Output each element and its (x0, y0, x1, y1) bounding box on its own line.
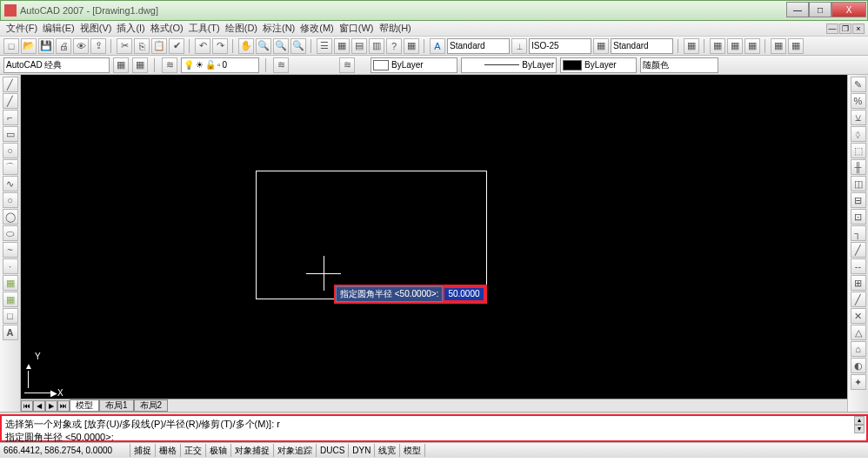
ws-settings[interactable]: ▦ (113, 57, 129, 73)
t6[interactable]: ▦ (788, 38, 804, 54)
mdi-close[interactable]: × (852, 23, 865, 34)
stretch-tool[interactable]: ⊡ (851, 209, 866, 225)
toggle-otrack[interactable]: 对象追踪 (274, 444, 317, 457)
props-button[interactable]: ☰ (317, 38, 332, 54)
revcloud-tool[interactable]: ○ (3, 192, 18, 208)
toggle-polar[interactable]: 极轴 (206, 444, 231, 457)
join-tool[interactable]: ⊞ (851, 275, 866, 291)
menu-edit[interactable]: 编辑(E) (40, 22, 77, 35)
mdi-minimize[interactable]: — (826, 23, 838, 34)
tablestyle-icon[interactable]: ▦ (593, 38, 609, 54)
tab-model[interactable]: 模型 (70, 399, 99, 412)
print-button[interactable]: 🖨 (56, 38, 71, 54)
markup-button[interactable]: ? (386, 38, 402, 54)
erase-tool[interactable]: ✎ (851, 77, 866, 92)
menu-dim[interactable]: 标注(N) (260, 22, 297, 35)
save-button[interactable]: 💾 (38, 38, 54, 54)
region-tool[interactable]: □ (3, 308, 18, 324)
point-tool[interactable]: · (3, 258, 18, 274)
dimstyle-icon[interactable]: ⟂ (511, 38, 527, 54)
open-button[interactable]: 📂 (21, 38, 37, 54)
array-tool[interactable]: ⬚ (851, 143, 866, 158)
layer-prev[interactable]: ≋ (273, 57, 289, 73)
menu-view[interactable]: 视图(V) (77, 22, 115, 35)
t4[interactable]: ▦ (744, 38, 760, 54)
sheetset-button[interactable]: ▥ (369, 38, 384, 54)
linetype-combo[interactable]: ByLayer (461, 57, 557, 73)
mirror-tool[interactable]: ⚺ (851, 110, 866, 125)
tab-first[interactable]: ⏮ (21, 400, 33, 412)
cut-button[interactable]: ✂ (117, 38, 132, 54)
fillet-tool[interactable]: ✕ (851, 308, 866, 324)
toolpal-button[interactable]: ▤ (351, 38, 367, 54)
toggle-lwt[interactable]: 线宽 (375, 444, 400, 457)
xline-tool[interactable]: ╱ (3, 93, 18, 109)
rotate-tool[interactable]: ◫ (851, 176, 866, 191)
mdi-restore[interactable]: ❐ (839, 23, 851, 34)
layer-combo[interactable]: 💡 ☀ 🔓 ▫ 0 (181, 57, 259, 73)
color-combo[interactable]: ByLayer (371, 57, 457, 73)
copy-button[interactable]: ⎘ (134, 38, 150, 54)
toggle-dyn[interactable]: DYN (349, 444, 375, 457)
textstyle-combo[interactable]: Standard (447, 38, 510, 54)
new-button[interactable]: □ (3, 38, 19, 54)
toggle-grid[interactable]: 栅格 (156, 444, 181, 457)
redo-button[interactable]: ↷ (212, 38, 228, 54)
rectangle-tool[interactable]: ○ (3, 143, 18, 158)
menu-format[interactable]: 格式(O) (148, 22, 186, 35)
offset-tool[interactable]: ⎀ (851, 126, 866, 142)
lineweight-combo[interactable]: ByLayer (560, 57, 637, 73)
circle-tool[interactable]: ∿ (3, 176, 18, 191)
mtext-tool[interactable]: A (3, 325, 18, 340)
break-tool[interactable]: -- (851, 258, 866, 274)
tablestyle-combo[interactable]: Standard (611, 38, 673, 54)
ws-save[interactable]: ▦ (132, 57, 148, 73)
hatch-tool[interactable]: ▦ (3, 275, 18, 291)
menu-draw[interactable]: 绘图(D) (223, 22, 260, 35)
workspace-combo[interactable]: AutoCAD 经典 (3, 57, 110, 73)
layer-props[interactable]: ≋ (162, 57, 177, 73)
command-line[interactable]: 选择第一个对象或 [放弃(U)/多段线(P)/半径(R)/修剪(T)/多个(M)… (0, 414, 868, 442)
match-button[interactable]: ✔ (169, 38, 184, 54)
undo-button[interactable]: ↶ (195, 38, 210, 54)
arc-tool[interactable]: ⌒ (3, 159, 18, 175)
explode-tool[interactable]: △ (851, 325, 866, 340)
trim-tool[interactable]: ┐ (851, 225, 866, 241)
close-button[interactable]: X (831, 2, 866, 17)
t1[interactable]: ▦ (684, 38, 699, 54)
menu-insert[interactable]: 插入(I) (114, 22, 147, 35)
pan-button[interactable]: ✋ (238, 38, 254, 54)
chamfer-tool[interactable]: ╱ (851, 292, 866, 307)
minimize-button[interactable]: — (786, 2, 809, 17)
menu-tools[interactable]: 工具(T) (186, 22, 223, 35)
tab-prev[interactable]: ◀ (33, 400, 45, 412)
zoom-win-button[interactable]: 🔍 (273, 38, 289, 54)
gradient-tool[interactable]: ▦ (3, 292, 18, 307)
toggle-ortho[interactable]: 正交 (181, 444, 206, 457)
toggle-ducs[interactable]: DUCS (317, 444, 349, 457)
calc-button[interactable]: ▦ (404, 38, 419, 54)
zoom-prev-button[interactable]: 🔍 (290, 38, 306, 54)
tab-layout2[interactable]: 布局2 (134, 399, 169, 412)
paste-button[interactable]: 📋 (151, 38, 167, 54)
tab-layout1[interactable]: 布局1 (99, 399, 134, 412)
dimstyle-combo[interactable]: ISO-25 (529, 38, 591, 54)
layer-state[interactable]: ≋ (339, 57, 355, 73)
t5[interactable]: ▦ (771, 38, 786, 54)
menu-window[interactable]: 窗口(W) (337, 22, 377, 35)
menu-file[interactable]: 文件(F) (3, 22, 40, 35)
toggle-osnap[interactable]: 对象捕捉 (231, 444, 274, 457)
menu-help[interactable]: 帮助(H) (377, 22, 414, 35)
maximize-button[interactable]: □ (809, 2, 831, 17)
zoom-rt-button[interactable]: 🔍 (256, 38, 271, 54)
tab-last[interactable]: ⏭ (57, 400, 70, 412)
m18[interactable]: ◐ (851, 358, 866, 373)
toggle-snap[interactable]: 捕捉 (130, 444, 156, 457)
line-tool[interactable]: ╱ (3, 77, 18, 92)
drawing-canvas[interactable]: 指定圆角半径 <50.0000>: 50.0000 Y ▲ ▶ X ⏮ ◀ ▶ … (21, 75, 847, 412)
publish-button[interactable]: ⇪ (90, 38, 106, 54)
toggle-model[interactable]: 模型 (400, 444, 425, 457)
m19[interactable]: ✦ (851, 374, 866, 390)
move-tool[interactable]: ╫ (851, 159, 866, 175)
ellipsearc-tool[interactable]: ~ (3, 242, 18, 258)
